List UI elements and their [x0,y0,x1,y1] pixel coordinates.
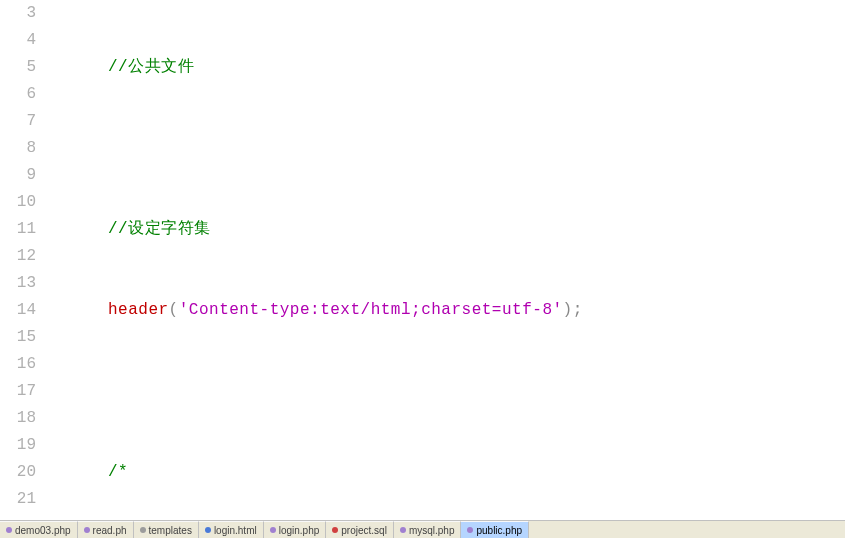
line-number-gutter: 3 4 5 6 7 8 9 10 11 12 13 14 15 16 17 18… [0,0,48,520]
file-tab[interactable]: templates [134,521,199,538]
php-icon [400,527,406,533]
line-number: 11 [0,216,36,243]
file-tab[interactable]: mysql.php [394,521,462,538]
file-tab-bar: demo03.php read.ph templates login.html … [0,520,845,538]
file-tab-active[interactable]: public.php [461,521,529,538]
line-number: 16 [0,351,36,378]
tab-label: project.sql [341,525,387,536]
code-editor[interactable]: 3 4 5 6 7 8 9 10 11 12 13 14 15 16 17 18… [0,0,845,520]
file-tab[interactable]: demo03.php [0,521,78,538]
line-number: 14 [0,297,36,324]
code-line: /* [48,459,845,486]
line-number: 7 [0,108,36,135]
line-number: 20 [0,459,36,486]
tab-label: login.html [214,525,257,536]
code-line: header('Content-type:text/html;charset=u… [48,297,845,324]
php-icon [270,527,276,533]
folder-icon [140,527,146,533]
php-icon [467,527,473,533]
line-number: 19 [0,432,36,459]
code-line [48,378,845,405]
line-number: 6 [0,81,36,108]
code-line: //设定字符集 [48,216,845,243]
line-number: 21 [0,486,36,513]
php-icon [6,527,12,533]
line-number: 17 [0,378,36,405]
line-number: 10 [0,189,36,216]
tab-label: templates [149,525,192,536]
code-area[interactable]: //公共文件 //设定字符集 header('Content-type:text… [48,0,845,520]
tab-label: public.php [476,525,522,536]
line-number: 9 [0,162,36,189]
line-number: 13 [0,270,36,297]
tab-label: read.ph [93,525,127,536]
line-number: 18 [0,405,36,432]
file-tab[interactable]: login.html [199,521,264,538]
line-number: 3 [0,0,36,27]
code-line [48,135,845,162]
php-icon [84,527,90,533]
tab-label: login.php [279,525,320,536]
line-number: 12 [0,243,36,270]
code-line: //公共文件 [48,54,845,81]
line-number: 8 [0,135,36,162]
line-number: 5 [0,54,36,81]
file-tab[interactable]: login.php [264,521,327,538]
tab-label: demo03.php [15,525,71,536]
line-number: 15 [0,324,36,351]
tab-label: mysql.php [409,525,455,536]
file-tab[interactable]: read.ph [78,521,134,538]
sql-icon [332,527,338,533]
html-icon [205,527,211,533]
line-number: 4 [0,27,36,54]
file-tab[interactable]: project.sql [326,521,394,538]
